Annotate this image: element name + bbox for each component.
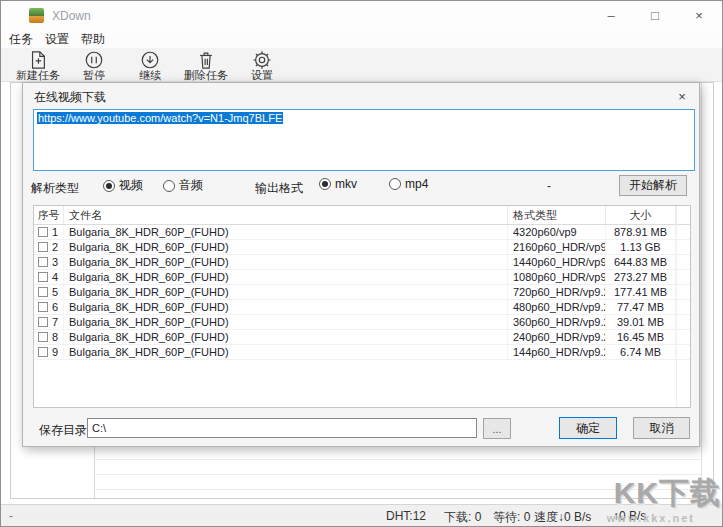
url-selected-text: https://www.youtube.com/watch?v=N1-Jmq7B… [37,112,283,124]
menubar: 任务 设置 帮助 [1,30,722,48]
row-number: 1 [52,226,58,238]
statusbar-mark: - [9,509,13,523]
pause-label: 暂停 [83,70,105,81]
table-row[interactable]: 7 Bulgaria_8K_HDR_60P_(FUHD) 360p60_HDR/… [34,315,690,330]
download-speed: 速度↓0 B/s [534,509,591,526]
header-format[interactable]: 格式类型 [508,206,606,224]
toolbar: 新建任务 暂停 继续 删除任务 设置 [1,48,722,82]
new-task-button[interactable]: 新建任务 [10,48,66,82]
watermark-logo: KK下载 [614,473,721,514]
settings-label: 设置 [251,70,273,81]
table-body: 1 Bulgaria_8K_HDR_60P_(FUHD) 4320p60/vp9… [34,225,690,360]
delete-task-button[interactable]: 删除任务 [178,48,234,82]
row-format: 2160p60_HDR/vp9.2 [508,240,606,254]
radio-icon [163,180,175,192]
downloading-count: 下载: 0 [444,509,481,526]
row-checkbox[interactable] [38,302,48,312]
parse-type-audio-radio[interactable]: 音频 [163,177,203,194]
header-size[interactable]: 大小 [606,206,676,224]
row-number: 2 [52,241,58,253]
radio-label: mp4 [405,177,428,191]
table-row[interactable]: 9 Bulgaria_8K_HDR_60P_(FUHD) 144p60_HDR/… [34,345,690,360]
parse-type-video-radio[interactable]: 视频 [103,177,143,194]
header-spacer [676,206,690,224]
row-filename: Bulgaria_8K_HDR_60P_(FUHD) [64,315,508,329]
dialog-close-icon[interactable]: × [673,87,691,105]
table-column-line [676,206,677,407]
table-header: 序号 文件名 格式类型 大小 [34,206,690,225]
minimize-button[interactable]: – [590,1,632,30]
browse-button[interactable]: ... [483,418,511,439]
delete-task-icon [196,50,216,70]
new-task-label: 新建任务 [16,70,60,81]
row-number: 5 [52,286,58,298]
header-no[interactable]: 序号 [34,206,64,224]
resume-button[interactable]: 继续 [122,48,178,82]
row-format: 240p60_HDR/vp9.2 [508,330,606,344]
row-size: 273.27 MB [606,270,676,284]
format-mp4-radio[interactable]: mp4 [389,177,428,191]
empty-task-rows [96,445,701,497]
menu-settings[interactable]: 设置 [45,31,69,48]
radio-icon [319,178,331,190]
table-row[interactable]: 6 Bulgaria_8K_HDR_60P_(FUHD) 480p60_HDR/… [34,300,690,315]
row-filename: Bulgaria_8K_HDR_60P_(FUHD) [64,345,508,359]
row-size: 177.41 MB [606,285,676,299]
cancel-button[interactable]: 取消 [633,417,690,439]
watermark-url: www.kkx.net [607,512,695,524]
table-row[interactable]: 2 Bulgaria_8K_HDR_60P_(FUHD) 2160p60_HDR… [34,240,690,255]
results-table: 序号 文件名 格式类型 大小 1 Bulgaria_8K_HDR_60P_(FU… [33,205,691,408]
window-title: XDown [52,9,91,23]
row-checkbox[interactable] [38,317,48,327]
resume-label: 继续 [139,70,161,81]
row-checkbox[interactable] [38,287,48,297]
row-checkbox[interactable] [38,332,48,342]
table-row[interactable]: 3 Bulgaria_8K_HDR_60P_(FUHD) 1440p60_HDR… [34,255,690,270]
row-format: 720p60_HDR/vp9.2 [508,285,606,299]
ok-button[interactable]: 确定 [559,417,617,439]
format-mkv-radio[interactable]: mkv [319,177,357,191]
menu-tasks[interactable]: 任务 [9,31,33,48]
close-button[interactable]: × [678,1,720,30]
dht-status: DHT:12 [386,509,426,523]
maximize-button[interactable]: □ [634,1,676,30]
settings-button[interactable]: 设置 [234,48,290,82]
radio-icon [103,180,115,192]
row-format: 144p60_HDR/vp9.2 [508,345,606,359]
parse-type-label: 解析类型 [31,180,79,197]
table-row[interactable]: 5 Bulgaria_8K_HDR_60P_(FUHD) 720p60_HDR/… [34,285,690,300]
row-format: 480p60_HDR/vp9.2 [508,300,606,314]
row-size: 878.91 MB [606,225,676,239]
row-filename: Bulgaria_8K_HDR_60P_(FUHD) [64,330,508,344]
titlebar: XDown – □ × [1,1,722,30]
radio-label: mkv [335,177,357,191]
status-dash: - [547,179,551,193]
menu-help[interactable]: 帮助 [81,31,105,48]
row-checkbox[interactable] [38,227,48,237]
radio-icon [389,178,401,190]
row-format: 4320p60/vp9 [508,225,606,239]
radio-label: 音频 [179,177,203,194]
url-input[interactable]: https://www.youtube.com/watch?v=N1-Jmq7B… [33,109,695,171]
table-row[interactable]: 1 Bulgaria_8K_HDR_60P_(FUHD) 4320p60/vp9… [34,225,690,240]
save-dir-input[interactable] [87,418,477,438]
row-checkbox[interactable] [38,242,48,252]
app-icon [29,8,44,23]
row-size: 16.45 MB [606,330,676,344]
row-checkbox[interactable] [38,257,48,267]
row-filename: Bulgaria_8K_HDR_60P_(FUHD) [64,285,508,299]
header-filename[interactable]: 文件名 [64,206,508,224]
row-format: 1080p60_HDR/vp9.2 [508,270,606,284]
row-size: 39.01 MB [606,315,676,329]
row-filename: Bulgaria_8K_HDR_60P_(FUHD) [64,300,508,314]
row-checkbox[interactable] [38,347,48,357]
output-format-label: 输出格式 [255,180,303,197]
row-checkbox[interactable] [38,272,48,282]
pause-button[interactable]: 暂停 [66,48,122,82]
start-parse-button[interactable]: 开始解析 [619,175,687,196]
table-row[interactable]: 8 Bulgaria_8K_HDR_60P_(FUHD) 240p60_HDR/… [34,330,690,345]
row-number: 9 [52,346,58,358]
row-number: 8 [52,331,58,343]
table-row[interactable]: 4 Bulgaria_8K_HDR_60P_(FUHD) 1080p60_HDR… [34,270,690,285]
row-number: 6 [52,301,58,313]
